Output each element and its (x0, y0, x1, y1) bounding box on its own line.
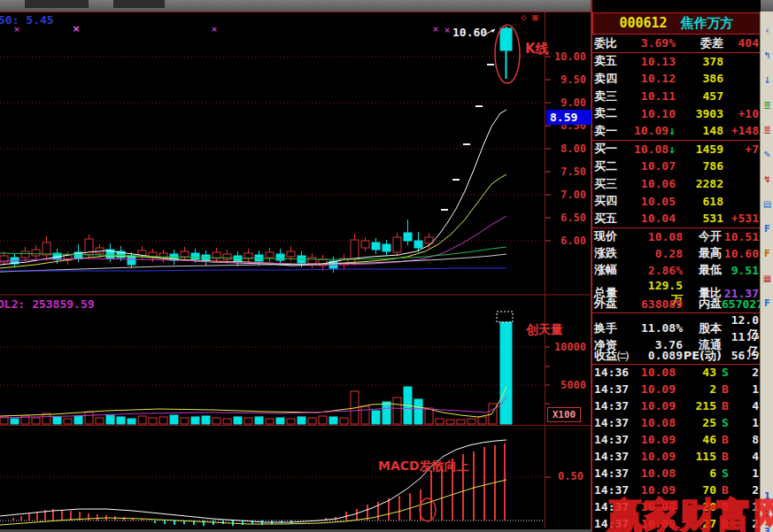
tick-price: 10.09 (631, 433, 676, 446)
svg-text:9.50: 9.50 (560, 73, 586, 86)
level-price: 10.05 (626, 195, 676, 208)
quote-panel: 000612 焦作万方 委比 3.69% 委差 404 卖五10.13378卖四… (591, 0, 761, 532)
ask-row[interactable]: 卖五10.13378 (592, 53, 761, 71)
level-diff: +148 (723, 124, 759, 137)
svg-text:10.00: 10.00 (554, 50, 586, 63)
info-row: 总量129.5万量比21.37 (592, 279, 761, 296)
tick-time: 14:37 (594, 416, 631, 429)
level-volume: 531 (676, 212, 723, 225)
level-volume: 457 (676, 89, 723, 103)
tick-row[interactable]: 14:3710.092B1 (592, 381, 761, 397)
f-key-orange-icon[interactable]: F (761, 249, 773, 258)
tick-row[interactable]: 14:3710.0946B8 (592, 431, 761, 448)
flash-icon[interactable]: ↯ (761, 174, 773, 184)
tick-time: 14:36 (594, 366, 631, 379)
info-label: 换手 (594, 320, 637, 336)
tick-volume: 43 (676, 366, 716, 379)
high-price-annotation: 10.60 (452, 26, 487, 39)
level-label: 买五 (594, 211, 626, 227)
svg-text:×: × (72, 23, 80, 35)
macd-level-label: 0.50 (558, 470, 584, 482)
trading-terminal-window: 10.009.509.008.508.007.507.006.506.00100… (0, 0, 773, 532)
tick-direction: S (716, 366, 734, 379)
down-arrow-icon: ↓ (669, 124, 676, 137)
list-red-icon[interactable]: ≣ (761, 125, 773, 135)
info-value: 2.86% (637, 264, 683, 277)
level-diff: +10 (723, 107, 759, 120)
svg-text:×: × (444, 26, 451, 35)
info-value: 10.08 (637, 230, 683, 243)
level-price: 10.10 (626, 107, 676, 120)
restore-window-icon[interactable]: ▣ (532, 12, 538, 22)
diamond-icon[interactable]: ◇ (521, 12, 527, 22)
tick-volume: 46 (676, 433, 716, 446)
level-price: 10.13 (626, 55, 676, 68)
tick-direction: B (716, 433, 734, 446)
ask-row[interactable]: 卖一10.09↓148+148 (592, 122, 761, 141)
volume-unit-label: X100 (547, 407, 581, 422)
macd-bars (0, 440, 506, 526)
tick-time: 14:37 (594, 450, 631, 463)
ask-row[interactable]: 卖三10.11457 (592, 88, 761, 105)
tick-price: 10.09 (631, 399, 676, 412)
grid-icon[interactable]: ▦ (761, 274, 773, 283)
svg-text:7.00: 7.00 (560, 189, 586, 201)
f-key-icon[interactable]: F (761, 224, 773, 234)
tick-count: 4 (734, 450, 759, 463)
level-price: 10.08↓ (626, 143, 676, 156)
stock-header[interactable]: 000612 焦作万方 (592, 12, 761, 35)
back-arrow-icon[interactable]: ↰ (761, 50, 773, 60)
weibi-value: 3.69% (626, 36, 676, 50)
bid-row[interactable]: 买四10.05618 (592, 192, 761, 210)
volume-header-label: OL2: 253859.59 (0, 297, 95, 311)
tick-row[interactable]: 14:3710.09215B4 (592, 397, 761, 414)
bid-row[interactable]: 买五10.04531+531 (592, 210, 761, 228)
bidask-rows: 委比 3.69% 委差 404 卖五10.13378卖四10.12386卖三10… (592, 35, 761, 365)
tick-count: 1 (734, 382, 759, 396)
ask-row[interactable]: 卖四10.12386 (592, 70, 761, 88)
bid-row[interactable]: 买三10.062282 (592, 175, 761, 193)
kline-annotation: K线 (525, 41, 549, 58)
svg-text:×: × (432, 25, 439, 34)
tick-price: 10.09 (631, 450, 676, 463)
watermark: 赢家财富网 (607, 491, 773, 532)
bid-row[interactable]: 买一10.08↓1459+7 (592, 141, 761, 158)
tick-volume: 25 (676, 416, 716, 429)
svg-text:7.50: 7.50 (560, 166, 586, 178)
level-label: 买二 (594, 158, 626, 174)
collapse-panel-icon[interactable]: ‹ (761, 26, 773, 35)
tick-price: 10.08 (631, 366, 676, 379)
level-price: 10.12 (626, 72, 676, 85)
info-row: 换手11.08%股本12.0亿 (592, 313, 761, 330)
info-value: 0.28 (637, 247, 683, 260)
info-row: 现价10.08今开10.51 (592, 228, 761, 245)
level-volume: 148 (676, 124, 723, 137)
stock-name: 焦作万方 (681, 15, 734, 31)
tick-row[interactable]: 14:3710.086S1 (592, 465, 761, 482)
level-label: 买四 (594, 193, 626, 209)
f-key-icon-2[interactable]: F (761, 298, 773, 308)
level-price: 10.11 (626, 89, 676, 103)
ask-row[interactable]: 卖二10.103903+10 (592, 104, 761, 122)
volume-bars (0, 312, 513, 424)
last-price-tag: 8.59 (546, 110, 593, 125)
tick-row[interactable]: 14:3710.09115B4 (592, 448, 761, 465)
chart-layers: 10.009.509.008.508.007.507.006.506.00100… (0, 0, 591, 532)
info-label: 收益㈡ (594, 348, 637, 364)
svg-text:8.00: 8.00 (560, 143, 586, 155)
record-volume-annotation: 创天量 (526, 322, 563, 338)
info-row: 外盘638089内盘657027 (592, 296, 761, 313)
clipboard-icon[interactable]: ▤ (761, 199, 773, 209)
bid-row[interactable]: 买二10.07786 (592, 158, 761, 175)
info-label: 最低 (683, 262, 722, 278)
tick-count: 8 (734, 433, 759, 446)
stock-code: 000612 (619, 15, 667, 31)
info-value: 9.51 (722, 264, 759, 277)
info-value: 0.089 (637, 349, 683, 362)
down-arrow-icon[interactable]: ↓ (761, 75, 773, 85)
draw-tool-icon[interactable]: ✎ (761, 150, 773, 159)
tick-row[interactable]: 14:3610.0843S2 (592, 364, 761, 381)
svg-text:10000: 10000 (554, 341, 586, 353)
list-green-icon[interactable]: ≣ (761, 100, 773, 110)
tick-row[interactable]: 14:3710.0825S1 (592, 414, 761, 431)
